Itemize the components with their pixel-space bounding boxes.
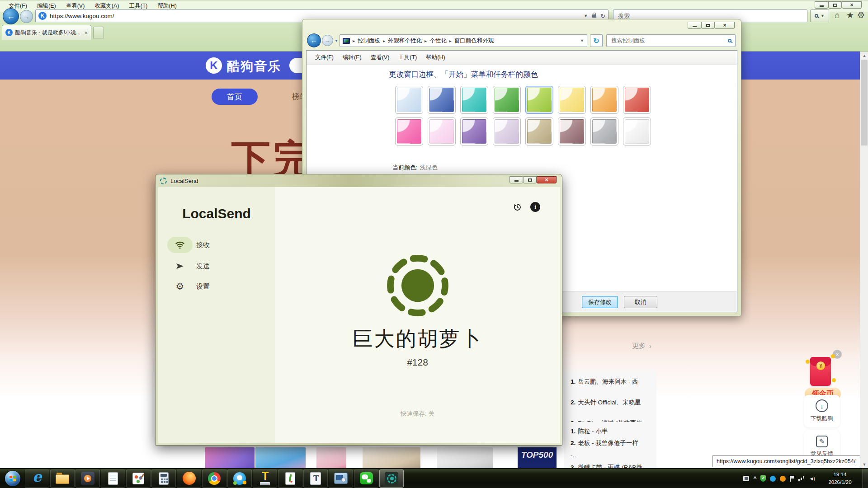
ls-minimize-button[interactable] — [509, 176, 523, 183]
taskbar-wechat-icon[interactable] — [354, 469, 378, 488]
save-changes-button[interactable]: 保存修改 — [582, 296, 618, 308]
list-item[interactable]: 2.老板 - 我曾像傻子一样 — [571, 439, 638, 447]
history-icon[interactable] — [512, 202, 522, 212]
color-swatch-purple[interactable] — [460, 117, 488, 145]
taskbar-localsend-icon[interactable] — [379, 469, 404, 488]
cp-forward-button[interactable]: → — [322, 35, 333, 46]
taskbar-note-editor-icon[interactable] — [278, 469, 302, 488]
taskbar-explorer-icon[interactable] — [50, 469, 75, 488]
cp-search-input[interactable] — [610, 37, 728, 44]
color-swatch-blue[interactable] — [428, 86, 456, 114]
list-item[interactable]: 1.陈粒 - 小半 — [571, 427, 608, 436]
ls-title-bar[interactable]: LocalSend — [156, 174, 562, 187]
album-cover[interactable] — [255, 447, 306, 468]
taskbar-paint-icon[interactable] — [126, 469, 151, 488]
taskbar-text-tool-icon[interactable] — [303, 469, 328, 488]
taskbar-chrome-icon[interactable] — [202, 469, 226, 488]
favorites-star-icon[interactable]: ★ — [846, 11, 854, 19]
ls-close-button[interactable]: × — [537, 176, 557, 183]
history-dropdown-icon[interactable]: ▼ — [335, 39, 338, 43]
info-icon[interactable]: i — [530, 202, 540, 212]
taskbar-calculator-icon[interactable] — [151, 469, 176, 488]
kugou-top500-tile[interactable]: TOP500 — [518, 447, 557, 468]
action-center-flag-icon[interactable] — [790, 476, 794, 482]
cp-search-box[interactable] — [606, 34, 736, 47]
ie-search-input[interactable] — [617, 12, 803, 20]
color-swatch-white[interactable] — [623, 117, 651, 145]
page-scrollbar[interactable]: ▲ ▼ — [860, 52, 868, 468]
taskbar-ie-icon[interactable] — [25, 469, 49, 488]
start-button[interactable] — [1, 469, 24, 488]
breadcrumb-personalization[interactable]: 个性化 — [429, 37, 447, 45]
messenger-tray-icon[interactable] — [770, 476, 776, 482]
color-swatch-red[interactable] — [623, 86, 651, 114]
refresh-icon[interactable]: ↻ — [600, 13, 605, 19]
update-alert-icon[interactable] — [780, 476, 786, 482]
ie-restore-button[interactable] — [828, 1, 842, 9]
color-swatch-brown[interactable] — [558, 117, 586, 145]
taskbar-office-tool-icon[interactable] — [253, 469, 277, 488]
taskbar-clock[interactable]: 19:14 2026/1/20 — [819, 471, 861, 486]
scrollbar-thumb[interactable] — [861, 60, 868, 145]
color-swatch-khaki[interactable] — [525, 117, 553, 145]
network-icon[interactable] — [798, 476, 805, 481]
ie-close-button[interactable]: × — [842, 1, 862, 9]
taskbar-qq-icon[interactable] — [227, 469, 252, 488]
security-shield-icon[interactable]: ✔ — [760, 475, 766, 482]
ie-forward-button[interactable]: → — [20, 10, 33, 23]
volume-icon[interactable]: ◄) — [809, 476, 815, 481]
home-icon[interactable]: ⌂ — [835, 11, 840, 19]
color-swatch-orange[interactable] — [590, 86, 618, 114]
cp-back-button[interactable]: ← — [307, 33, 321, 47]
new-tab-button[interactable] — [93, 27, 104, 38]
cp-refresh-button[interactable]: ↻ — [590, 34, 603, 47]
download-kugou-card[interactable]: ↓ 下载酷狗 — [804, 395, 840, 427]
album-cover[interactable] — [437, 447, 493, 468]
scroll-down-icon[interactable]: ▼ — [860, 460, 868, 468]
cp-maximize-button[interactable] — [701, 22, 715, 29]
kugou-logo-text[interactable]: 酷狗音乐 — [227, 58, 281, 75]
browser-tab[interactable]: K 酷狗音乐 - 就是歌多!小说... × — [2, 25, 91, 40]
ie-back-button[interactable]: ← — [3, 8, 19, 24]
cp-menu-file[interactable]: 文件(F) — [311, 52, 338, 63]
scroll-up-icon[interactable]: ▲ — [860, 52, 868, 59]
taskbar-notepad-icon[interactable] — [101, 469, 125, 488]
list-item[interactable]: 2.大头针 Official、宋晓星 — [571, 399, 641, 407]
sidebar-item-send[interactable]: 发送 — [158, 258, 275, 274]
gear-icon[interactable]: ⚙ — [857, 11, 865, 19]
show-hidden-icons-caret[interactable]: ^ — [753, 475, 756, 482]
quick-save-status[interactable]: 快速保存: 关 — [275, 410, 560, 418]
ie-search-button[interactable]: ▼ — [810, 9, 829, 22]
taskbar-system-tool-icon[interactable] — [329, 469, 353, 488]
breadcrumb-window-color[interactable]: 窗口颜色和外观 — [454, 37, 494, 45]
url-text[interactable]: https://www.kugou.com/ — [50, 13, 584, 19]
album-cover[interactable] — [363, 447, 420, 468]
color-swatch-green[interactable] — [493, 86, 521, 114]
album-cover[interactable] — [316, 447, 346, 468]
show-desktop-button[interactable] — [863, 469, 868, 488]
album-cover[interactable] — [205, 447, 255, 468]
tray-media-icon[interactable] — [743, 476, 749, 481]
ie-minimize-button[interactable] — [815, 1, 828, 9]
kugou-nav-home[interactable]: 首页 — [212, 89, 258, 105]
color-swatch-yellow[interactable] — [558, 86, 586, 114]
taskbar-firefox-icon[interactable] — [177, 469, 201, 488]
color-swatch-sky[interactable] — [395, 86, 423, 114]
cp-menu-edit[interactable]: 编辑(E) — [339, 52, 366, 63]
list-item[interactable]: 3.微醺卡带 - 雨蝶 (R&B微 — [571, 464, 642, 468]
list-item[interactable]: 1.岳云鹏、海来阿木 - 西 — [571, 378, 638, 386]
cancel-button[interactable]: 取消 — [624, 296, 657, 308]
tab-close-icon[interactable]: × — [84, 29, 88, 36]
kugou-more-link[interactable]: 更多 › — [632, 342, 651, 350]
breadcrumb[interactable]: ▸ 控制面板 ▸ 外观和个性化 ▸ 个性化 ▸ 窗口颜色和外观 ▼ — [340, 34, 587, 47]
address-dropdown-icon[interactable]: ▼ — [584, 14, 588, 18]
color-swatch-teal[interactable] — [460, 86, 488, 114]
color-swatch-lavender[interactable] — [493, 117, 521, 145]
color-swatch-gray[interactable] — [590, 117, 618, 145]
sidebar-item-settings[interactable]: ⚙ 设置 — [158, 278, 275, 295]
red-envelope-icon[interactable]: ¥ — [810, 357, 831, 386]
cp-menu-help[interactable]: 帮助(H) — [422, 52, 449, 63]
color-swatch-pale-pink[interactable] — [428, 117, 456, 145]
chevron-down-icon[interactable]: ▼ — [580, 38, 584, 43]
color-swatch-light-green[interactable] — [525, 86, 553, 114]
